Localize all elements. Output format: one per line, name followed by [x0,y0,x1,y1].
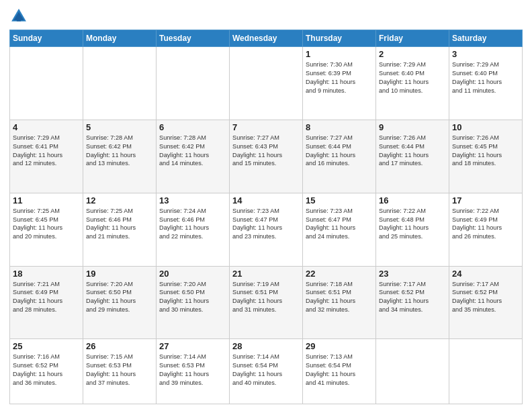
calendar-cell: 5Sunrise: 7:28 AM Sunset: 6:42 PM Daylig… [83,120,157,193]
day-info: Sunrise: 7:28 AM Sunset: 6:42 PM Dayligh… [86,134,153,169]
calendar-cell: 27Sunrise: 7:14 AM Sunset: 6:53 PM Dayli… [157,339,230,404]
calendar-cell: 4Sunrise: 7:29 AM Sunset: 6:41 PM Daylig… [10,120,83,193]
calendar-week-row: 11Sunrise: 7:25 AM Sunset: 6:45 PM Dayli… [10,193,523,266]
day-info: Sunrise: 7:25 AM Sunset: 6:45 PM Dayligh… [13,207,80,242]
day-number: 8 [306,122,373,132]
day-number: 9 [379,122,446,132]
day-number: 15 [306,195,373,205]
calendar-cell: 28Sunrise: 7:14 AM Sunset: 6:54 PM Dayli… [230,339,303,404]
day-info: Sunrise: 7:15 AM Sunset: 6:53 PM Dayligh… [86,353,153,387]
calendar-cell: 11Sunrise: 7:25 AM Sunset: 6:45 PM Dayli… [10,193,83,266]
header-saturday: Saturday [449,30,523,47]
header-tuesday: Tuesday [157,30,230,47]
calendar-cell: 1Sunrise: 7:30 AM Sunset: 6:39 PM Daylig… [303,47,376,120]
calendar-week-row: 4Sunrise: 7:29 AM Sunset: 6:41 PM Daylig… [10,120,523,193]
day-info: Sunrise: 7:29 AM Sunset: 6:41 PM Dayligh… [13,134,80,169]
day-number: 19 [86,269,153,279]
day-number: 5 [86,122,153,132]
calendar-cell: 7Sunrise: 7:27 AM Sunset: 6:43 PM Daylig… [230,120,303,193]
calendar-cell: 10Sunrise: 7:26 AM Sunset: 6:45 PM Dayli… [449,120,523,193]
calendar-cell: 3Sunrise: 7:29 AM Sunset: 6:40 PM Daylig… [449,47,523,120]
day-info: Sunrise: 7:30 AM Sunset: 6:39 PM Dayligh… [306,60,373,95]
calendar-cell: 12Sunrise: 7:25 AM Sunset: 6:46 PM Dayli… [83,193,157,266]
calendar-table: Sunday Monday Tuesday Wednesday Thursday… [9,30,523,404]
day-info: Sunrise: 7:13 AM Sunset: 6:54 PM Dayligh… [306,353,373,387]
day-info: Sunrise: 7:18 AM Sunset: 6:51 PM Dayligh… [306,280,373,315]
calendar-cell: 16Sunrise: 7:22 AM Sunset: 6:48 PM Dayli… [376,193,449,266]
day-number: 21 [232,269,300,279]
calendar-cell: 19Sunrise: 7:20 AM Sunset: 6:50 PM Dayli… [83,266,157,339]
day-number: 14 [232,195,300,205]
day-number: 27 [159,341,226,351]
header-monday: Monday [83,30,157,47]
day-number: 6 [159,122,226,132]
day-info: Sunrise: 7:26 AM Sunset: 6:44 PM Dayligh… [379,134,446,169]
day-number: 20 [159,269,226,279]
calendar-cell [157,47,230,120]
header-sunday: Sunday [10,30,83,47]
day-number: 26 [86,341,153,351]
day-info: Sunrise: 7:29 AM Sunset: 6:40 PM Dayligh… [379,60,446,95]
day-number: 29 [306,341,373,351]
day-number: 22 [306,269,373,279]
day-number: 17 [452,195,519,205]
calendar-cell: 18Sunrise: 7:21 AM Sunset: 6:49 PM Dayli… [10,266,83,339]
calendar-week-row: 18Sunrise: 7:21 AM Sunset: 6:49 PM Dayli… [10,266,523,339]
day-info: Sunrise: 7:19 AM Sunset: 6:51 PM Dayligh… [232,280,300,315]
day-number: 13 [159,195,226,205]
calendar-cell: 14Sunrise: 7:23 AM Sunset: 6:47 PM Dayli… [230,193,303,266]
calendar-cell: 17Sunrise: 7:22 AM Sunset: 6:49 PM Dayli… [449,193,523,266]
day-info: Sunrise: 7:26 AM Sunset: 6:45 PM Dayligh… [452,134,519,169]
calendar-cell: 13Sunrise: 7:24 AM Sunset: 6:46 PM Dayli… [157,193,230,266]
header-thursday: Thursday [303,30,376,47]
calendar-cell: 8Sunrise: 7:27 AM Sunset: 6:44 PM Daylig… [303,120,376,193]
calendar-week-row: 25Sunrise: 7:16 AM Sunset: 6:52 PM Dayli… [10,339,523,404]
day-info: Sunrise: 7:14 AM Sunset: 6:54 PM Dayligh… [232,353,300,387]
day-info: Sunrise: 7:14 AM Sunset: 6:53 PM Dayligh… [159,353,226,387]
day-info: Sunrise: 7:20 AM Sunset: 6:50 PM Dayligh… [86,280,153,315]
calendar-cell: 26Sunrise: 7:15 AM Sunset: 6:53 PM Dayli… [83,339,157,404]
calendar-cell: 20Sunrise: 7:20 AM Sunset: 6:50 PM Dayli… [157,266,230,339]
page-header [9,7,523,26]
day-number: 7 [232,122,300,132]
calendar-cell [376,339,449,404]
day-info: Sunrise: 7:17 AM Sunset: 6:52 PM Dayligh… [452,280,519,315]
day-info: Sunrise: 7:27 AM Sunset: 6:43 PM Dayligh… [232,134,300,169]
calendar-cell: 2Sunrise: 7:29 AM Sunset: 6:40 PM Daylig… [376,47,449,120]
day-number: 11 [13,195,80,205]
day-info: Sunrise: 7:22 AM Sunset: 6:49 PM Dayligh… [452,207,519,242]
calendar-cell [10,47,83,120]
day-number: 18 [13,269,80,279]
header-wednesday: Wednesday [230,30,303,47]
day-info: Sunrise: 7:23 AM Sunset: 6:47 PM Dayligh… [306,207,373,242]
day-info: Sunrise: 7:16 AM Sunset: 6:52 PM Dayligh… [13,353,80,387]
calendar-cell: 9Sunrise: 7:26 AM Sunset: 6:44 PM Daylig… [376,120,449,193]
day-info: Sunrise: 7:23 AM Sunset: 6:47 PM Dayligh… [232,207,300,242]
logo [9,7,31,26]
calendar-cell: 23Sunrise: 7:17 AM Sunset: 6:52 PM Dayli… [376,266,449,339]
weekday-header-row: Sunday Monday Tuesday Wednesday Thursday… [10,30,523,47]
day-info: Sunrise: 7:25 AM Sunset: 6:46 PM Dayligh… [86,207,153,242]
day-number: 28 [232,341,300,351]
day-info: Sunrise: 7:21 AM Sunset: 6:49 PM Dayligh… [13,280,80,315]
day-number: 12 [86,195,153,205]
calendar-week-row: 1Sunrise: 7:30 AM Sunset: 6:39 PM Daylig… [10,47,523,120]
calendar-cell: 15Sunrise: 7:23 AM Sunset: 6:47 PM Dayli… [303,193,376,266]
calendar-cell: 21Sunrise: 7:19 AM Sunset: 6:51 PM Dayli… [230,266,303,339]
day-number: 10 [452,122,519,132]
day-info: Sunrise: 7:22 AM Sunset: 6:48 PM Dayligh… [379,207,446,242]
calendar-cell [230,47,303,120]
day-number: 4 [13,122,80,132]
svg-rect-2 [17,16,21,21]
calendar-cell [83,47,157,120]
day-info: Sunrise: 7:29 AM Sunset: 6:40 PM Dayligh… [452,60,519,95]
day-info: Sunrise: 7:27 AM Sunset: 6:44 PM Dayligh… [306,134,373,169]
day-info: Sunrise: 7:17 AM Sunset: 6:52 PM Dayligh… [379,280,446,315]
day-number: 24 [452,269,519,279]
day-number: 3 [452,49,519,59]
calendar-page: Sunday Monday Tuesday Wednesday Thursday… [0,0,532,411]
day-info: Sunrise: 7:28 AM Sunset: 6:42 PM Dayligh… [159,134,226,169]
day-number: 2 [379,49,446,59]
day-number: 16 [379,195,446,205]
header-friday: Friday [376,30,449,47]
